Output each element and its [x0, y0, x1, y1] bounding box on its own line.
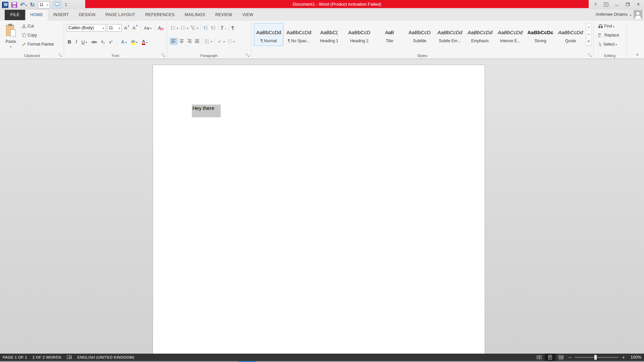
- borders-button[interactable]: [226, 38, 236, 44]
- style-normal[interactable]: AaBbCcDd ¶ Normal: [254, 23, 283, 46]
- style-title[interactable]: AaB Title: [375, 23, 404, 46]
- format-painter-button[interactable]: Format Painter: [21, 41, 55, 47]
- tab-review[interactable]: REVIEW: [210, 10, 237, 20]
- styles-scroll-down[interactable]: ▼: [586, 31, 591, 38]
- print-layout-button[interactable]: [545, 354, 555, 361]
- account-area[interactable]: Anfernee Onamu: [596, 10, 644, 20]
- shrink-font-button[interactable]: A: [131, 25, 139, 31]
- styles-gallery-more-button[interactable]: ▼: [586, 38, 591, 46]
- clear-formatting-button[interactable]: A: [157, 24, 164, 31]
- zoom-percentage[interactable]: 100%: [627, 355, 641, 360]
- subscript-button[interactable]: x2: [100, 39, 106, 45]
- italic-button[interactable]: I: [74, 39, 78, 45]
- select-button[interactable]: Select: [597, 41, 620, 47]
- borders-caret[interactable]: [233, 39, 235, 44]
- align-center-button[interactable]: [178, 38, 185, 44]
- page-indicator[interactable]: PAGE 1 OF 1: [3, 355, 27, 359]
- replace-button[interactable]: ab ac Replace: [597, 32, 620, 38]
- text-effects-button[interactable]: A: [120, 39, 128, 45]
- text-highlight-caret[interactable]: [136, 40, 138, 44]
- tab-design[interactable]: DESIGN: [74, 10, 100, 20]
- touch-mouse-mode-button[interactable]: [53, 1, 62, 8]
- copy-button[interactable]: Copy: [21, 32, 55, 38]
- tab-file[interactable]: FILE: [5, 10, 25, 20]
- restore-button[interactable]: [625, 1, 631, 7]
- style-no-spacing[interactable]: AaBbCcDd ¶ No Spac...: [284, 23, 314, 46]
- increase-indent-button[interactable]: [210, 25, 217, 31]
- collapse-ribbon-button[interactable]: ∧: [636, 52, 639, 57]
- zoom-slider-handle[interactable]: [594, 355, 597, 360]
- style-subtle-emphasis[interactable]: AaBbCcDd Subtle Em...: [435, 23, 465, 46]
- web-layout-button[interactable]: [555, 354, 566, 361]
- undo-dropdown-caret[interactable]: [25, 2, 27, 8]
- word-logo-icon[interactable]: W: [2, 2, 8, 8]
- text-highlight-button[interactable]: ab: [130, 39, 139, 45]
- style-emphasis[interactable]: AaBbCcDd Emphasis: [465, 23, 495, 46]
- show-hide-marks-button[interactable]: ¶: [230, 24, 235, 31]
- paste-button[interactable]: Paste: [2, 22, 19, 56]
- find-caret[interactable]: [613, 24, 614, 28]
- align-left-button[interactable]: [170, 38, 177, 45]
- find-button[interactable]: Find: [597, 23, 620, 29]
- style-subtitle[interactable]: AaBbCcD Subtitle: [405, 23, 434, 46]
- numbering-caret[interactable]: [187, 25, 188, 30]
- help-button[interactable]: ?: [592, 1, 598, 7]
- paragraph-dialog-launcher[interactable]: [246, 54, 250, 57]
- read-mode-button[interactable]: [534, 354, 545, 361]
- bullets-caret[interactable]: [177, 25, 178, 30]
- tab-page-layout[interactable]: PAGE LAYOUT: [100, 10, 140, 20]
- tab-mailings[interactable]: MAILINGS: [179, 10, 210, 20]
- multilevel-list-button[interactable]: [190, 25, 199, 31]
- tab-view[interactable]: VIEW: [237, 10, 258, 20]
- paste-dropdown-caret[interactable]: [10, 44, 11, 49]
- style-heading-2[interactable]: AaBbCcD Heading 2: [344, 23, 374, 46]
- numbering-button[interactable]: 1 2 3: [180, 25, 189, 31]
- line-spacing-caret[interactable]: [211, 39, 212, 44]
- style-heading-1[interactable]: AaBbC( Heading 1: [314, 23, 344, 46]
- tab-home[interactable]: HOME: [25, 9, 48, 20]
- style-quote[interactable]: AaBbCcDd Quote: [556, 23, 585, 46]
- change-case-button[interactable]: Aa: [143, 25, 153, 31]
- justify-button[interactable]: [194, 38, 201, 44]
- underline-button[interactable]: U: [80, 39, 88, 45]
- font-color-caret[interactable]: [146, 40, 148, 44]
- styles-dialog-launcher[interactable]: [588, 54, 592, 57]
- save-icon[interactable]: [11, 2, 17, 8]
- cut-button[interactable]: Cut: [21, 23, 55, 29]
- minimize-button[interactable]: [614, 1, 620, 7]
- word-count[interactable]: 2 OF 2 WORDS: [33, 355, 61, 359]
- font-dialog-launcher[interactable]: [162, 54, 165, 57]
- line-spacing-button[interactable]: [204, 38, 213, 44]
- zoom-out-button[interactable]: −: [566, 355, 574, 360]
- strikethrough-button[interactable]: abc: [91, 39, 98, 45]
- ribbon-display-options-button[interactable]: [603, 1, 609, 7]
- undo-button[interactable]: ↶: [20, 2, 27, 8]
- superscript-button[interactable]: x2: [108, 39, 113, 45]
- customize-qat-button[interactable]: [65, 2, 67, 7]
- font-size-combo[interactable]: 11: [107, 24, 122, 32]
- decrease-indent-button[interactable]: [202, 25, 209, 31]
- proofing-status[interactable]: [67, 355, 72, 360]
- sort-button[interactable]: AZ ↓: [220, 25, 227, 31]
- document-text[interactable]: Hey there: [193, 105, 214, 111]
- font-color-button[interactable]: A: [141, 39, 148, 46]
- text-effects-caret[interactable]: [125, 40, 127, 44]
- qat-font-size-combo[interactable]: 11: [38, 1, 50, 8]
- grow-font-button[interactable]: A: [123, 25, 130, 31]
- tab-insert[interactable]: INSERT: [48, 10, 74, 20]
- language-indicator[interactable]: ENGLISH (UNITED KINGDOM): [77, 355, 135, 359]
- tab-references[interactable]: REFERENCES: [140, 10, 179, 20]
- shading-caret[interactable]: [223, 39, 225, 44]
- style-intense-emphasis[interactable]: AaBbCcDd Intense E...: [495, 23, 525, 46]
- select-caret[interactable]: [615, 42, 617, 47]
- zoom-slider[interactable]: [575, 357, 619, 358]
- redo-icon[interactable]: ↻: [30, 2, 35, 8]
- clipboard-dialog-launcher[interactable]: [59, 54, 62, 57]
- underline-caret[interactable]: [86, 40, 87, 44]
- document-page[interactable]: Hey there: [153, 65, 485, 354]
- qat-font-size-caret[interactable]: [47, 2, 48, 7]
- style-strong[interactable]: AaBbCcDc Strong: [526, 23, 555, 46]
- close-button[interactable]: ×: [635, 1, 641, 7]
- bullets-button[interactable]: [170, 25, 179, 31]
- zoom-in-button[interactable]: +: [620, 355, 627, 360]
